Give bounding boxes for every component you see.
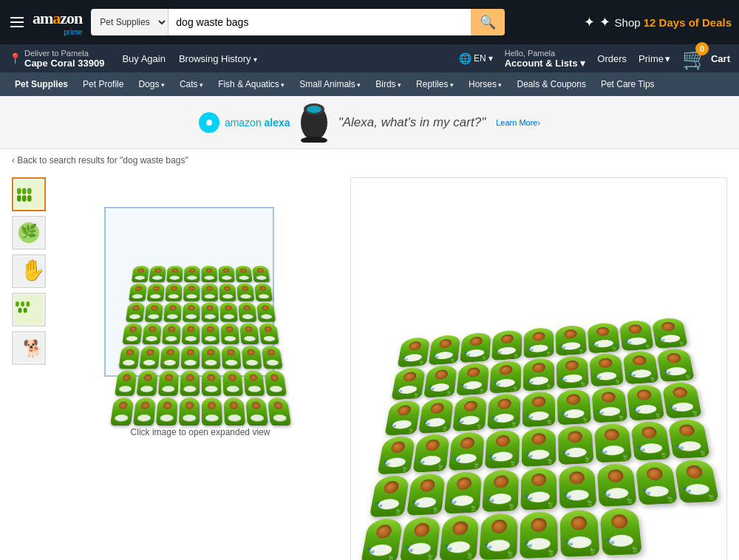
- language-selector[interactable]: 🌐 EN ▾: [459, 52, 493, 64]
- svg-rect-21: [24, 307, 27, 313]
- cat-nav-cats[interactable]: Cats ▾: [174, 76, 209, 92]
- search-bar: Pet Supplies 🔍: [91, 9, 505, 35]
- cat-nav-pet-supplies[interactable]: Pet Supplies: [9, 76, 74, 92]
- nav-links: Buy Again Browsing History ▾: [122, 53, 257, 64]
- cat-nav-small-animals[interactable]: Small Animals ▾: [293, 76, 367, 92]
- cat-nav-pet-profile[interactable]: Pet Profile: [77, 76, 129, 92]
- thumbnail-3[interactable]: ✋: [12, 254, 46, 288]
- thumbnail-1[interactable]: [12, 177, 46, 211]
- thumbnail-5[interactable]: 🐕: [12, 331, 46, 365]
- star-icon-2: ✦: [599, 14, 610, 30]
- chevron-down-icon: ▾: [253, 55, 257, 64]
- svg-rect-20: [18, 307, 22, 313]
- search-button[interactable]: 🔍: [471, 9, 505, 35]
- deliver-to[interactable]: 📍 Deliver to Pamela Cape Coral 33909: [9, 49, 104, 69]
- deliver-to-text: Deliver to Pamela Cape Coral 33909: [24, 49, 104, 69]
- thumbnail-column: 🌿 ✋ 🐕: [12, 177, 50, 560]
- product-main-image[interactable]: [75, 185, 326, 421]
- zoom-panel: 🍃🍃🍃🍃🍃🍃🍃🍃🍃🍃🍃🍃🍃🍃🍃🍃🍃🍃🍃🍃🍃🍃🍃🍃🍃🍃🍃🍃🍃🍃🍃🍃🍃🍃🍃🍃🍃🍃🍃🍃…: [350, 177, 727, 560]
- svg-rect-5: [17, 188, 21, 194]
- zoom-product-visual: 🍃🍃🍃🍃🍃🍃🍃🍃🍃🍃🍃🍃🍃🍃🍃🍃🍃🍃🍃🍃🍃🍃🍃🍃🍃🍃🍃🍃🍃🍃🍃🍃🍃🍃🍃🍃🍃🍃🍃🍃…: [354, 181, 723, 560]
- top-nav: amazon prime Pet Supplies 🔍 ✦ ✦ Shop 12 …: [0, 0, 739, 44]
- browsing-history-link[interactable]: Browsing History ▾: [179, 53, 257, 64]
- alexa-learn-more[interactable]: Learn More›: [496, 118, 540, 127]
- svg-text:🐕: 🐕: [23, 338, 44, 358]
- svg-rect-18: [21, 301, 24, 307]
- amazon-logo[interactable]: amazon prime: [33, 9, 82, 36]
- search-icon: 🔍: [480, 15, 496, 30]
- prime-label: prime: [33, 28, 82, 36]
- globe-icon: 🌐: [459, 52, 471, 64]
- svg-text:🌿: 🌿: [21, 223, 38, 239]
- search-input[interactable]: [168, 9, 471, 35]
- alexa-device-icon: [298, 102, 331, 143]
- second-nav: 📍 Deliver to Pamela Cape Coral 33909 Buy…: [0, 44, 739, 72]
- search-category-select[interactable]: Pet Supplies: [91, 9, 168, 35]
- alexa-quote: "Alexa, what's in my cart?": [338, 115, 486, 130]
- logo-text: amazon: [33, 9, 82, 28]
- chevron-down-icon-prime: ▾: [665, 53, 670, 64]
- deals-text: Shop 12 Days of Deals: [615, 16, 732, 29]
- chevron-down-icon-lang: ▾: [488, 53, 493, 64]
- location-pin-icon: 📍: [9, 52, 21, 64]
- zoom-rolls-grid: 🍃🍃🍃🍃🍃🍃🍃🍃🍃🍃🍃🍃🍃🍃🍃🍃🍃🍃🍃🍃🍃🍃🍃🍃🍃🍃🍃🍃🍃🍃🍃🍃🍃🍃🍃🍃🍃🍃🍃🍃…: [361, 317, 727, 560]
- chevron-down-icon-account: ▾: [580, 58, 585, 69]
- svg-point-3: [307, 106, 321, 113]
- alexa-banner: amazon alexa "Alexa, what's in my cart?"…: [0, 96, 739, 149]
- right-nav: 🌐 EN ▾ Hello, Pamela Account & Lists ▾ O…: [459, 47, 730, 71]
- svg-rect-4: [14, 180, 44, 209]
- cart-button[interactable]: 0 🛒 Cart: [682, 47, 730, 71]
- svg-rect-19: [26, 301, 30, 307]
- svg-text:✋: ✋: [20, 258, 44, 282]
- hamburger-menu[interactable]: [7, 14, 27, 30]
- cat-nav-dogs[interactable]: Dogs ▾: [132, 76, 171, 92]
- svg-rect-17: [16, 301, 19, 307]
- thumbnail-2[interactable]: 🌿: [12, 216, 46, 250]
- cat-nav-birds[interactable]: Birds ▾: [370, 76, 407, 92]
- account-and-lists[interactable]: Hello, Pamela Account & Lists ▾: [505, 49, 586, 69]
- cat-nav-pet-care[interactable]: Pet Care Tips: [595, 76, 661, 92]
- star-icon: ✦: [584, 14, 595, 30]
- svg-point-1: [301, 137, 327, 143]
- deals-banner[interactable]: ✦ ✦ Shop 12 Days of Deals: [584, 14, 732, 30]
- buy-again-link[interactable]: Buy Again: [122, 53, 166, 64]
- svg-rect-9: [22, 195, 27, 201]
- cart-count-badge: 0: [695, 42, 709, 55]
- click-hint-label: Click image to open expanded view: [131, 427, 270, 437]
- svg-rect-10: [27, 195, 32, 201]
- cat-nav-reptiles[interactable]: Reptiles ▾: [410, 76, 460, 92]
- svg-rect-6: [22, 188, 27, 194]
- prime-link[interactable]: Prime ▾: [638, 53, 670, 64]
- cat-nav-horses[interactable]: Horses ▾: [463, 76, 508, 92]
- svg-rect-7: [27, 188, 32, 194]
- main-content: 🌿 ✋ 🐕: [0, 171, 739, 560]
- cat-nav-fish[interactable]: Fish & Aquatics ▾: [212, 76, 290, 92]
- svg-rect-8: [17, 195, 21, 201]
- category-nav: Pet Supplies Pet Profile Dogs ▾ Cats ▾ F…: [0, 72, 739, 96]
- product-image-area[interactable]: Click image to open expanded view: [50, 177, 350, 560]
- cat-nav-deals[interactable]: Deals & Coupons: [511, 76, 592, 92]
- alexa-dot-icon: [199, 112, 219, 133]
- thumbnail-4[interactable]: [12, 293, 46, 327]
- main-product-visual: [110, 266, 291, 426]
- orders-link[interactable]: Orders: [597, 53, 627, 64]
- alexa-logo: amazon alexa: [199, 112, 290, 133]
- breadcrumb[interactable]: Back to search results for "dog waste ba…: [0, 149, 739, 171]
- alexa-wordmark: amazon alexa: [225, 117, 290, 129]
